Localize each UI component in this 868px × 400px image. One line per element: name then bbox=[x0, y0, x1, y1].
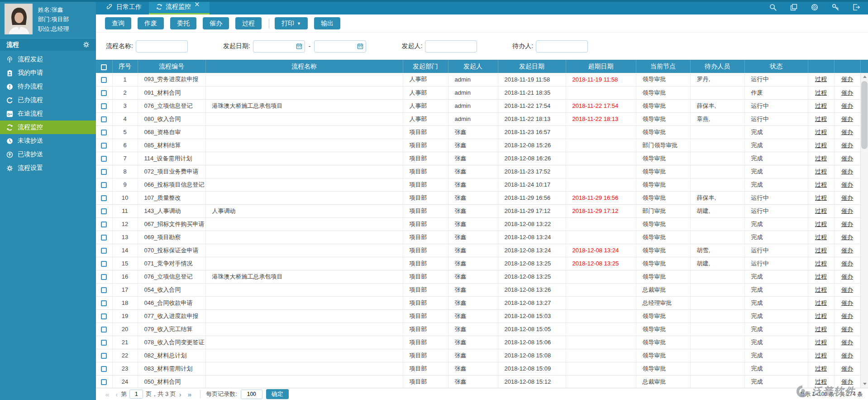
process-link[interactable]: 过程 bbox=[815, 234, 827, 241]
process-link[interactable]: 过程 bbox=[815, 339, 827, 346]
next-page-button[interactable]: › bbox=[179, 391, 181, 398]
process-link[interactable]: 过程 bbox=[815, 116, 827, 122]
sidebar-item-6[interactable]: 流程监控 bbox=[0, 120, 96, 134]
row-checkbox[interactable] bbox=[101, 208, 107, 214]
row-checkbox[interactable] bbox=[101, 182, 107, 188]
urge-link[interactable]: 催办 bbox=[841, 89, 853, 96]
key-icon[interactable] bbox=[832, 4, 839, 11]
last-page-button[interactable]: » bbox=[188, 391, 191, 398]
urge-link[interactable]: 催办 bbox=[841, 286, 853, 293]
process-link[interactable]: 过程 bbox=[815, 181, 827, 188]
urge-link[interactable]: 催办 bbox=[841, 102, 853, 109]
row-checkbox[interactable] bbox=[101, 248, 107, 254]
urge-link[interactable]: 催办 bbox=[841, 234, 853, 241]
gear-icon[interactable] bbox=[83, 41, 90, 48]
process-link[interactable]: 过程 bbox=[815, 129, 827, 135]
row-checkbox[interactable] bbox=[101, 77, 107, 83]
row-checkbox[interactable] bbox=[101, 156, 107, 162]
process-link[interactable]: 过程 bbox=[815, 168, 827, 175]
process-link[interactable]: 过程 bbox=[815, 76, 827, 82]
row-checkbox[interactable] bbox=[101, 195, 107, 201]
start-date-to-input[interactable] bbox=[314, 40, 366, 53]
process-name-input[interactable] bbox=[136, 40, 188, 53]
scroll-down-arrow[interactable] bbox=[861, 380, 868, 388]
row-checkbox[interactable] bbox=[101, 90, 107, 96]
print-button[interactable]: 打印 ▼ bbox=[275, 17, 308, 29]
sidebar-item-9[interactable]: 流程设置 bbox=[0, 161, 96, 175]
assignee-input[interactable] bbox=[536, 40, 588, 53]
select-all-checkbox[interactable] bbox=[101, 64, 107, 70]
process-link[interactable]: 过程 bbox=[815, 102, 827, 109]
confirm-button[interactable]: 确定 bbox=[266, 389, 289, 399]
row-checkbox[interactable] bbox=[101, 143, 107, 149]
tab-2[interactable]: 流程监控 bbox=[149, 0, 210, 14]
tab-1[interactable]: 日常工作 bbox=[100, 0, 149, 14]
scroll-up-arrow[interactable] bbox=[861, 73, 868, 81]
urge-link[interactable]: 催办 bbox=[841, 155, 853, 162]
scrollbar-thumb[interactable] bbox=[861, 81, 868, 149]
process-link[interactable]: 过程 bbox=[815, 273, 827, 280]
vertical-scrollbar[interactable] bbox=[860, 73, 868, 388]
row-checkbox[interactable] bbox=[101, 379, 107, 385]
urge-link[interactable]: 催办 bbox=[841, 247, 853, 254]
sidebar-item-7[interactable]: 未读抄送 bbox=[0, 134, 96, 148]
row-checkbox[interactable] bbox=[101, 287, 107, 293]
logout-icon[interactable] bbox=[853, 4, 860, 11]
process-link[interactable]: 过程 bbox=[815, 155, 827, 162]
toolbar-button-1[interactable]: 查询 bbox=[105, 17, 131, 29]
urge-link[interactable]: 催办 bbox=[841, 299, 853, 306]
process-link[interactable]: 过程 bbox=[815, 352, 827, 359]
row-checkbox[interactable] bbox=[101, 340, 107, 346]
sidebar-item-8[interactable]: 已读抄送 bbox=[0, 148, 96, 161]
urge-link[interactable]: 催办 bbox=[841, 194, 853, 201]
export-button[interactable]: 输出 bbox=[314, 17, 340, 29]
row-checkbox[interactable] bbox=[101, 130, 107, 135]
sidebar-item-2[interactable]: 我的申请 bbox=[0, 66, 96, 80]
row-checkbox[interactable] bbox=[101, 261, 107, 267]
urge-link[interactable]: 催办 bbox=[841, 352, 853, 359]
urge-link[interactable]: 催办 bbox=[841, 129, 853, 135]
urge-link[interactable]: 催办 bbox=[841, 313, 853, 319]
prev-page-button[interactable]: ‹ bbox=[115, 391, 118, 398]
row-checkbox[interactable] bbox=[101, 300, 107, 306]
process-link[interactable]: 过程 bbox=[815, 207, 827, 214]
row-checkbox[interactable] bbox=[101, 274, 107, 280]
urge-link[interactable]: 催办 bbox=[841, 365, 853, 372]
search-icon[interactable] bbox=[769, 4, 777, 11]
urge-link[interactable]: 催办 bbox=[841, 378, 853, 385]
row-checkbox[interactable] bbox=[101, 366, 107, 372]
urge-link[interactable]: 催办 bbox=[841, 116, 853, 122]
urge-link[interactable]: 催办 bbox=[841, 339, 853, 346]
urge-link[interactable]: 催办 bbox=[841, 168, 853, 175]
process-link[interactable]: 过程 bbox=[815, 221, 827, 227]
windows-icon[interactable] bbox=[790, 4, 797, 11]
urge-link[interactable]: 催办 bbox=[841, 76, 853, 82]
urge-link[interactable]: 催办 bbox=[841, 221, 853, 227]
toolbar-button-2[interactable]: 作废 bbox=[138, 17, 164, 29]
process-link[interactable]: 过程 bbox=[815, 378, 827, 385]
process-link[interactable]: 过程 bbox=[815, 142, 827, 149]
page-number-input[interactable] bbox=[129, 390, 143, 399]
row-checkbox[interactable] bbox=[101, 222, 107, 227]
start-date-from-input[interactable] bbox=[253, 40, 305, 53]
row-checkbox[interactable] bbox=[101, 327, 107, 333]
urge-link[interactable]: 催办 bbox=[841, 181, 853, 188]
toolbar-button-3[interactable]: 委托 bbox=[170, 17, 196, 29]
process-link[interactable]: 过程 bbox=[815, 260, 827, 267]
row-checkbox[interactable] bbox=[101, 103, 107, 109]
urge-link[interactable]: 催办 bbox=[841, 326, 853, 333]
urge-link[interactable]: 催办 bbox=[841, 260, 853, 267]
urge-link[interactable]: 催办 bbox=[841, 142, 853, 149]
sidebar-item-5[interactable]: G+在途流程 bbox=[0, 107, 96, 120]
initiator-input[interactable] bbox=[425, 40, 477, 53]
process-link[interactable]: 过程 bbox=[815, 326, 827, 333]
row-checkbox[interactable] bbox=[101, 235, 107, 241]
toolbar-button-5[interactable]: 过程 bbox=[235, 17, 262, 29]
row-checkbox[interactable] bbox=[101, 353, 107, 359]
toolbar-button-4[interactable]: 催办 bbox=[203, 17, 229, 29]
close-icon[interactable] bbox=[195, 2, 199, 6]
per-page-input[interactable] bbox=[241, 390, 262, 399]
process-link[interactable]: 过程 bbox=[815, 89, 827, 96]
sidebar-item-3[interactable]: 待办流程 bbox=[0, 80, 96, 93]
process-link[interactable]: 过程 bbox=[815, 365, 827, 372]
